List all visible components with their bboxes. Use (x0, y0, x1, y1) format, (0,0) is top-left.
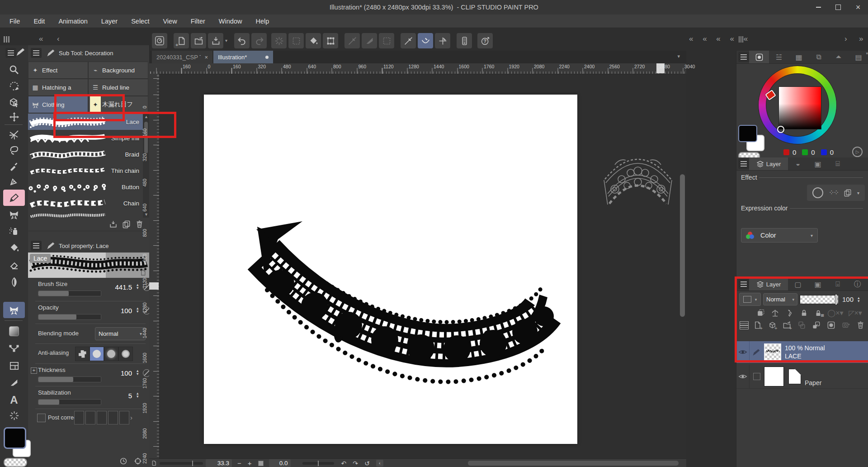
tool-auto-select[interactable] (3, 127, 25, 143)
tool-gradient[interactable] (3, 323, 25, 339)
scroll-up-icon[interactable]: ▲ (144, 114, 148, 119)
transparent-color-swatch[interactable] (4, 458, 27, 467)
main-color-well[interactable] (738, 125, 757, 142)
thickness-value[interactable]: 100 (104, 369, 132, 377)
tool-panel-menu-icon[interactable] (5, 48, 16, 58)
tab-list-chevron-icon[interactable]: ▾ (677, 53, 680, 59)
lock-layer-icon[interactable] (797, 309, 811, 317)
tool-eraser[interactable] (3, 257, 25, 273)
tab-close-icon[interactable]: × (204, 54, 208, 61)
tab-navigator[interactable]: ▣ (808, 278, 828, 291)
tool-lasso[interactable] (3, 142, 25, 158)
snap-to-special-ruler-button[interactable] (418, 33, 433, 48)
fit-to-screen-icon[interactable] (258, 461, 264, 466)
layer-thumbnail[interactable] (764, 343, 781, 361)
tone-effect-icon[interactable]: ⁘⁘ (829, 189, 838, 197)
transfer-to-lower-layer-icon[interactable] (796, 321, 808, 329)
menu-item[interactable]: File (3, 14, 27, 28)
tab-color-slider[interactable]: ☱ (769, 51, 789, 63)
delete-subtool-icon[interactable] (135, 220, 144, 229)
material-panel-button[interactable] (457, 33, 472, 48)
brush-size-slider[interactable] (38, 291, 101, 296)
tab-item-bank[interactable]: ⓘ (848, 278, 868, 291)
post-correction-checkbox[interactable] (37, 414, 46, 422)
tool-frame-border[interactable] (3, 357, 25, 374)
aa-strong-button[interactable] (118, 347, 133, 361)
expand-plus-icon[interactable]: + (31, 367, 37, 374)
tool-move[interactable] (3, 109, 25, 125)
stabilization-stepper[interactable]: ▴▾ (137, 392, 139, 398)
layer-visibility-icon[interactable] (736, 372, 749, 381)
tab-color-history[interactable]: ▤▾ (849, 51, 868, 63)
save-file-button[interactable] (208, 33, 223, 48)
layer-color-effect-icon[interactable] (844, 189, 852, 197)
canvas-vertical-scrollbar[interactable] (679, 74, 685, 458)
status-doc-icon[interactable] (151, 460, 157, 466)
blending-mode-select[interactable]: Normal ▾ (95, 327, 146, 340)
subtool-tab-clothing[interactable]: Clothing (28, 96, 88, 113)
new-layer-folder-icon[interactable]: + (781, 321, 793, 329)
menu-item[interactable]: Edit (27, 14, 52, 28)
tool-effect-rays[interactable] (3, 407, 25, 424)
opacity-value[interactable]: 100 (104, 307, 132, 315)
ruler-range-icon[interactable]: ◸×▾ (846, 309, 865, 317)
register-settings-icon[interactable] (134, 457, 142, 465)
tab-animation-cels[interactable]: ⌸ (828, 157, 848, 170)
opacity-slider[interactable] (38, 314, 101, 320)
new-file-button[interactable]: + (174, 33, 189, 48)
brush-item-simple-frill[interactable]: Simple frill (28, 130, 143, 147)
reference-layer-icon[interactable] (768, 309, 782, 317)
brush-item-thin-chain[interactable]: Thin chain (28, 162, 143, 179)
close-button[interactable]: × (848, 0, 868, 14)
tab-tool-navigation[interactable]: ◒ (788, 157, 808, 170)
tab-color-set[interactable]: ▦ (789, 51, 809, 63)
main-color-swatch[interactable] (4, 427, 26, 449)
open-file-button[interactable] (191, 33, 206, 48)
tool-figure[interactable] (3, 375, 25, 391)
clip-studio-logo-button[interactable] (152, 33, 167, 48)
tab-intermediate-color[interactable]: ⧉ (809, 51, 829, 63)
transform-button[interactable] (323, 33, 338, 48)
expression-color-select[interactable]: Color ▾ (741, 228, 818, 243)
fill-button[interactable] (306, 33, 321, 48)
layer-visibility-icon[interactable] (736, 348, 749, 357)
next-right-dock-icon[interactable]: › (844, 34, 847, 43)
deselect-button[interactable] (271, 33, 287, 48)
aa-none-button[interactable] (75, 347, 90, 361)
maximize-button[interactable] (828, 0, 848, 14)
redo-button[interactable] (251, 33, 267, 48)
apply-mask-icon[interactable] (840, 321, 852, 329)
canvas-horizontal-scrollbar[interactable] (466, 459, 686, 467)
subtool-tab-background[interactable]: ⌁Background (88, 62, 148, 79)
new-vector-layer-icon[interactable]: + (766, 321, 778, 329)
subtool-tab-effect[interactable]: ✦Effect (28, 62, 88, 79)
layer-row-lace[interactable]: 100 % Normal LACE (736, 341, 868, 363)
dock-grip-icon[interactable] (4, 36, 5, 43)
tool-pencil[interactable] (3, 190, 25, 206)
layer-panel-menu-icon[interactable] (738, 279, 749, 289)
collapse-right-docks-icons[interactable]: « « « « « (689, 34, 751, 43)
reset-rotation-icon[interactable]: ↺ (364, 460, 370, 467)
brush-item-button[interactable]: Button (28, 179, 143, 195)
border-effect-icon[interactable] (812, 187, 823, 198)
menu-item[interactable]: Layer (94, 14, 124, 28)
new-raster-layer-icon[interactable]: + (751, 321, 764, 329)
rotate-cw-icon[interactable]: ↷ (353, 460, 358, 467)
collapse-left-dock-icon[interactable]: « (39, 34, 43, 43)
scrollbar-thumb[interactable] (144, 122, 148, 153)
zoom-slider[interactable] (160, 462, 203, 465)
post-correction-expand-icon[interactable]: › (130, 414, 132, 421)
help-button[interactable] (477, 33, 493, 48)
document-tab-active[interactable]: Illustration* (213, 51, 273, 63)
tab-information[interactable]: ▣ (808, 157, 828, 170)
layer-opacity-stepper[interactable]: ▴▾ (858, 296, 860, 303)
tool-brush[interactable] (3, 206, 25, 223)
scrollbar-thumb[interactable] (680, 174, 685, 317)
tool-pen[interactable] (3, 173, 25, 190)
tool-eyedropper[interactable] (3, 157, 25, 174)
brush-size-value[interactable]: 441.5 (104, 283, 132, 291)
document-tab-inactive[interactable]: 20240331_CSP TI × (152, 51, 212, 63)
zoom-in-icon[interactable]: + (248, 459, 252, 467)
layer-blend-mode-select[interactable]: Normal▾ (763, 293, 797, 305)
menu-item[interactable]: Select (124, 14, 156, 28)
